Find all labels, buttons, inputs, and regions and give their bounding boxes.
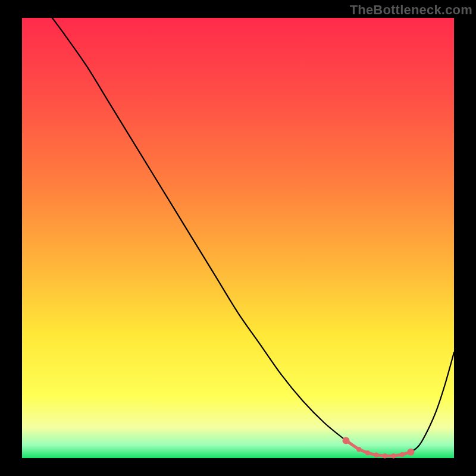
highlight-dot	[407, 449, 414, 456]
bottleneck-curve	[22, 18, 454, 458]
highlight-dot	[343, 437, 350, 444]
highlight-dot	[365, 450, 370, 455]
chart-area	[22, 18, 454, 458]
highlight-dot	[356, 447, 361, 452]
highlight-dot	[383, 453, 387, 458]
highlight-dot	[374, 453, 378, 458]
watermark-text: TheBottleneck.com	[350, 2, 472, 18]
highlight-dot	[400, 452, 405, 457]
highlight-dot	[391, 453, 396, 458]
